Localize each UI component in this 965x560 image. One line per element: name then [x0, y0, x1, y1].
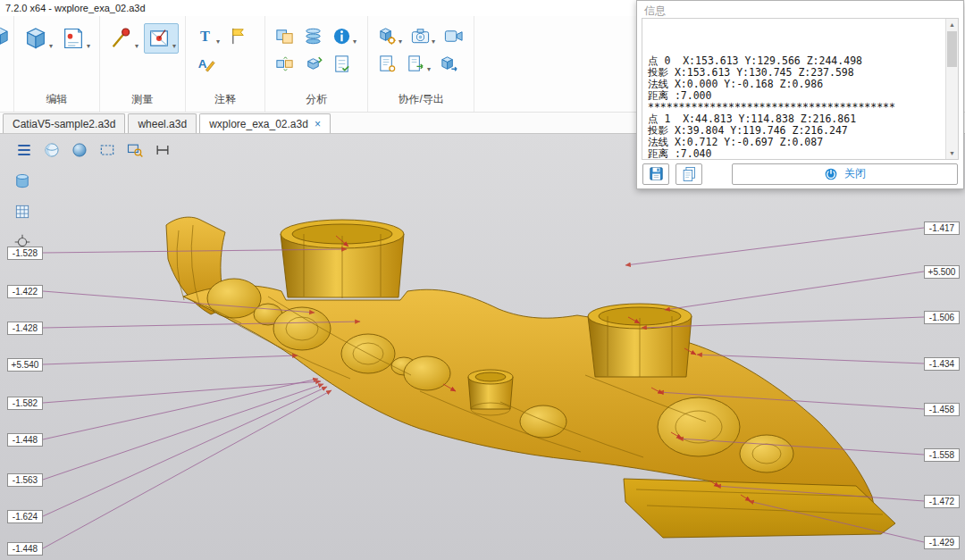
report-button[interactable] — [329, 51, 355, 77]
ribbon-group-0: ▾▾编辑 — [14, 16, 100, 112]
clipped-tool-button[interactable] — [0, 23, 13, 49]
clipboard-button[interactable]: ▾ — [58, 23, 93, 54]
save-icon — [648, 165, 665, 182]
measurement-flag[interactable]: -1.582 — [7, 397, 43, 410]
video-button[interactable] — [441, 23, 466, 49]
measurement-value: -1.563 — [13, 475, 38, 485]
edit-cube-button[interactable]: ▾ — [21, 23, 55, 54]
compare-button[interactable] — [272, 51, 298, 77]
document-tab[interactable]: wheel.a3d × — [128, 113, 197, 133]
dropdown-caret-icon[interactable]: ▾ — [87, 42, 90, 51]
doc-export-icon — [406, 54, 426, 74]
measurement-flag[interactable]: -1.458 — [924, 403, 960, 416]
measurement-flag[interactable]: +5.540 — [7, 358, 43, 372]
zoom-window-icon[interactable] — [125, 140, 145, 160]
measurement-flag[interactable]: -1.429 — [924, 536, 960, 549]
ribbon-group-label: 编辑 — [21, 89, 93, 111]
clash-analysis-button[interactable] — [272, 23, 298, 49]
measurement-value: -1.434 — [929, 359, 954, 369]
document-tab-label: wheel.a3d — [138, 118, 187, 130]
dropdown-caret-icon[interactable]: ▾ — [49, 42, 53, 51]
dropdown-caret-icon[interactable]: ▾ — [432, 38, 435, 46]
measurement-flag[interactable]: -1.624 — [7, 510, 43, 523]
wireframe-select-icon[interactable] — [153, 140, 172, 160]
measurement-flag[interactable]: -1.434 — [924, 357, 960, 371]
hamburger-menu-icon[interactable] — [14, 140, 34, 160]
measurement-value: -1.417 — [929, 223, 954, 233]
ribbon-group-1: ▾▾测量 — [100, 16, 186, 112]
window-title: 7.2.0 x64 - wxplore_exa_02.a3d — [5, 3, 146, 13]
scroll-down-icon[interactable]: ▼ — [946, 147, 958, 159]
ribbon-group-label: 测量 — [106, 89, 179, 111]
render-style-icon[interactable] — [42, 140, 62, 160]
section-stack-button[interactable] — [300, 23, 326, 49]
measurement-flag[interactable]: -1.448 — [7, 433, 43, 447]
dropdown-caret-icon[interactable]: ▾ — [216, 38, 220, 46]
dropdown-caret-icon[interactable]: ▾ — [353, 38, 357, 46]
doc-gear-button[interactable] — [374, 51, 400, 77]
scrollbar[interactable]: ▲ ▼ — [945, 19, 958, 159]
viewport-3d[interactable]: -1.528-1.422-1.428+5.540-1.582-1.448-1.5… — [0, 134, 965, 560]
probe-button[interactable]: ▾ — [106, 23, 141, 54]
close-button[interactable]: 关闭 — [732, 163, 958, 185]
callout-icon — [195, 54, 215, 74]
measurement-flag[interactable]: -1.506 — [924, 311, 960, 324]
callout-button[interactable] — [192, 51, 218, 77]
clash-analysis-icon — [274, 26, 295, 46]
copy-icon — [681, 165, 698, 182]
ribbon-group-label: 协作/导出 — [374, 89, 467, 111]
model-part — [166, 217, 895, 538]
text-annotation-icon — [195, 26, 215, 46]
flag-annotation-button[interactable] — [225, 23, 251, 49]
app-window: 7.2.0 x64 - wxplore_exa_02.a3d ▾▾编辑▾▾测量▾… — [0, 0, 965, 560]
measure-note-button[interactable]: ▾ — [144, 23, 179, 54]
model-canvas[interactable] — [0, 134, 965, 560]
ribbon-group-3: ▾分析 — [265, 16, 368, 112]
shaded-sphere-icon[interactable] — [70, 140, 89, 160]
power-icon — [824, 167, 838, 181]
measure-note-icon — [147, 26, 172, 51]
grid-display-icon[interactable] — [13, 202, 32, 221]
dropdown-caret-icon[interactable]: ▾ — [399, 38, 402, 46]
gear-model-button[interactable]: ▾ — [374, 23, 405, 49]
measurement-log: 点 0 X:153.613 Y:129.566 Z:244.498投影 X:15… — [642, 19, 958, 160]
info-panel-footer: 关闭 — [637, 160, 963, 188]
scrollbar-thumb[interactable] — [947, 31, 957, 67]
box-select-icon[interactable] — [97, 140, 117, 160]
info-panel: 信息 点 0 X:153.613 Y:129.566 Z:244.498投影 X… — [636, 0, 964, 189]
document-tab[interactable]: CatiaV5-sample2.a3d × — [3, 113, 125, 133]
measurement-flag[interactable]: -1.417 — [924, 221, 960, 235]
document-tab-label: wxplore_exa_02.a3d — [209, 118, 308, 130]
measurement-flag[interactable]: -1.528 — [7, 247, 43, 260]
document-tab[interactable]: wxplore_exa_02.a3d × — [199, 113, 331, 133]
camera-button[interactable]: ▾ — [407, 23, 438, 49]
box-arrow-button[interactable] — [300, 51, 326, 77]
measurement-flag[interactable]: -1.472 — [924, 495, 960, 508]
measurement-flag[interactable]: -1.448 — [7, 542, 43, 556]
primitive-cylinder-icon[interactable] — [13, 171, 32, 191]
dropdown-caret-icon[interactable]: ▾ — [172, 42, 176, 51]
save-button[interactable] — [642, 163, 669, 185]
report-icon — [331, 54, 352, 74]
export-cube-icon — [439, 54, 459, 74]
info-button[interactable]: ▾ — [329, 23, 359, 49]
tab-close-icon[interactable]: × — [315, 119, 321, 130]
ribbon-group-2: ▾注释 — [186, 16, 265, 112]
ribbon-group-clipped — [0, 16, 14, 112]
measurement-value: +5.500 — [928, 267, 956, 277]
copy-button[interactable] — [676, 163, 702, 185]
measurement-flag[interactable]: +5.500 — [924, 265, 960, 279]
measurement-value: -1.472 — [929, 497, 954, 506]
export-cube-button[interactable] — [436, 51, 462, 77]
measurement-flag[interactable]: -1.428 — [7, 322, 43, 335]
text-annotation-button[interactable]: ▾ — [192, 23, 222, 49]
measurement-flag[interactable]: -1.558 — [924, 448, 960, 462]
probe-icon — [109, 26, 134, 51]
doc-export-button[interactable]: ▾ — [403, 51, 433, 77]
scroll-up-icon[interactable]: ▲ — [946, 19, 958, 30]
measurement-flag[interactable]: -1.563 — [7, 473, 43, 487]
measurement-flag[interactable]: -1.422 — [7, 285, 43, 298]
dropdown-caret-icon[interactable]: ▾ — [135, 42, 138, 51]
info-panel-title: 信息 — [637, 1, 963, 18]
dropdown-caret-icon[interactable]: ▾ — [427, 65, 431, 74]
